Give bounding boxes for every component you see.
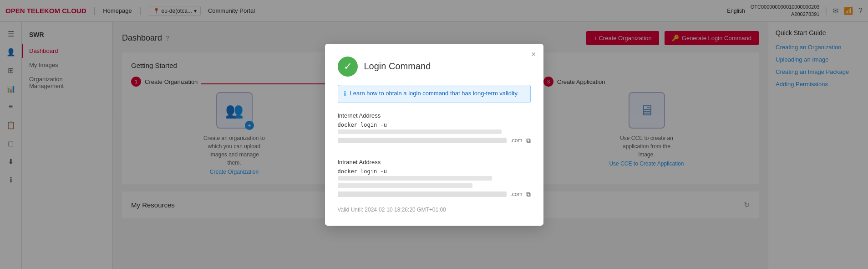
internet-cmd-line: docker login -u: [338, 122, 531, 128]
valid-until: Valid Until: 2024-02-10 18:26:20 GMT+01:…: [338, 207, 531, 213]
info-banner: ℹ Learn how to obtain a login command th…: [338, 85, 531, 103]
modal-success-icon: ✓: [338, 57, 358, 77]
learn-how-link[interactable]: Learn how: [350, 90, 378, 97]
intranet-copy-icon[interactable]: ⧉: [526, 191, 531, 198]
info-icon: ℹ: [344, 90, 346, 98]
internet-blurred-line1: [338, 129, 502, 134]
internet-blurred-value: [338, 138, 507, 143]
internet-cmd-row: .com ⧉: [338, 137, 531, 145]
modal-close-button[interactable]: ×: [531, 50, 536, 58]
internet-label: Internet Address: [338, 112, 531, 119]
intranet-cmd-line: docker login -u: [338, 168, 531, 175]
intranet-cmd-row: .com ⧉: [338, 191, 531, 198]
intranet-blurred-value: [338, 191, 507, 197]
modal-header: ✓ Login Command: [338, 57, 531, 77]
internet-address-section: Internet Address docker login -u .com ⧉: [338, 112, 531, 145]
internet-copy-icon[interactable]: ⧉: [526, 137, 531, 145]
intranet-address-section: Intranet Address docker login -u .com ⧉: [338, 159, 531, 198]
modal-overlay[interactable]: × ✓ Login Command ℹ Learn how to obtain …: [0, 0, 868, 269]
intranet-blurred-line1: [338, 176, 492, 181]
info-text: Learn how to obtain a login command that…: [350, 90, 519, 97]
intranet-label: Intranet Address: [338, 159, 531, 166]
login-command-modal: × ✓ Login Command ℹ Learn how to obtain …: [325, 44, 543, 226]
intranet-blurred-line2: [338, 183, 473, 188]
info-text-post: to obtain a login command that has long-…: [379, 90, 519, 97]
section-divider: [338, 153, 531, 153]
modal-title: Login Command: [364, 61, 431, 72]
